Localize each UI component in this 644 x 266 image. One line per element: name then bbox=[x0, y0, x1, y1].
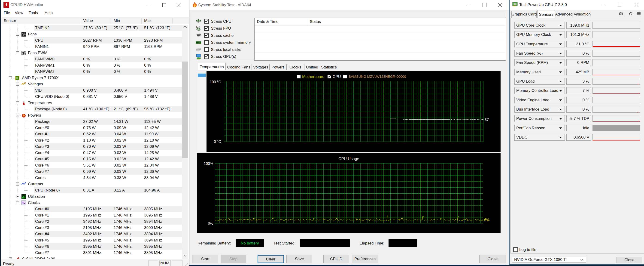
svg-text:37: 37 bbox=[484, 118, 489, 122]
svg-text:0%: 0% bbox=[208, 221, 213, 225]
svg-text:SAMSUNG MZVLW128HEGR-00000: SAMSUNG MZVLW128HEGR-00000 bbox=[348, 75, 406, 78]
svg-text:100 °C: 100 °C bbox=[210, 80, 221, 84]
svg-text:6%: 6% bbox=[484, 218, 490, 222]
svg-text:100%: 100% bbox=[204, 162, 213, 166]
svg-text:0 °C: 0 °C bbox=[214, 140, 221, 144]
svg-text:123: 123 bbox=[196, 26, 200, 28]
svg-text:CPU: CPU bbox=[333, 75, 341, 79]
svg-text:CPU Usage: CPU Usage bbox=[338, 157, 359, 161]
svg-text:Motherboard: Motherboard bbox=[302, 75, 324, 79]
